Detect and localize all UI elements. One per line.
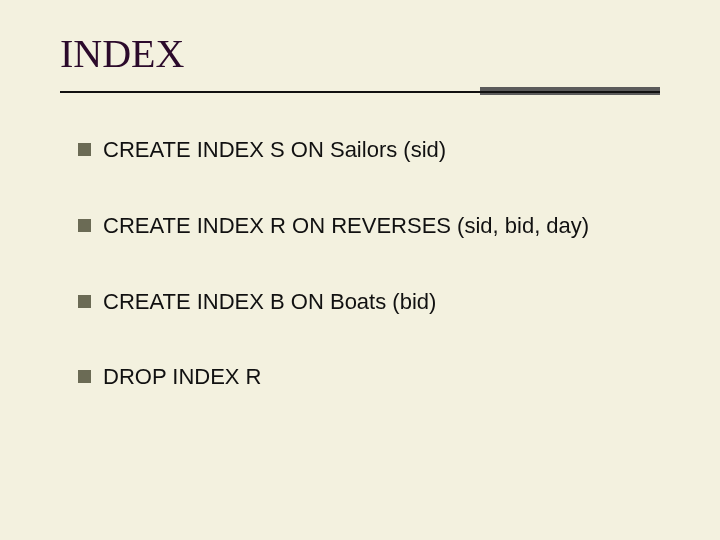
slide: INDEX CREATE INDEX S ON Sailors (sid) CR… [0, 0, 720, 540]
square-bullet-icon [78, 295, 91, 308]
square-bullet-icon [78, 370, 91, 383]
list-item-text: CREATE INDEX R ON REVERSES (sid, bid, da… [103, 205, 660, 247]
list-item-text: DROP INDEX R [103, 356, 660, 398]
square-bullet-icon [78, 219, 91, 232]
list-item: DROP INDEX R [78, 356, 660, 398]
list-item: CREATE INDEX S ON Sailors (sid) [78, 129, 660, 171]
list-item-text: CREATE INDEX B ON Boats (bid) [103, 281, 660, 323]
list-item-text: CREATE INDEX S ON Sailors (sid) [103, 129, 660, 171]
content-area: CREATE INDEX S ON Sailors (sid) CREATE I… [0, 99, 720, 398]
title-rule-thin [60, 91, 660, 93]
title-block: INDEX [0, 0, 720, 99]
square-bullet-icon [78, 143, 91, 156]
slide-title: INDEX [60, 30, 660, 77]
list-item: CREATE INDEX B ON Boats (bid) [78, 281, 660, 323]
list-item: CREATE INDEX R ON REVERSES (sid, bid, da… [78, 205, 660, 247]
title-rule [60, 87, 660, 99]
